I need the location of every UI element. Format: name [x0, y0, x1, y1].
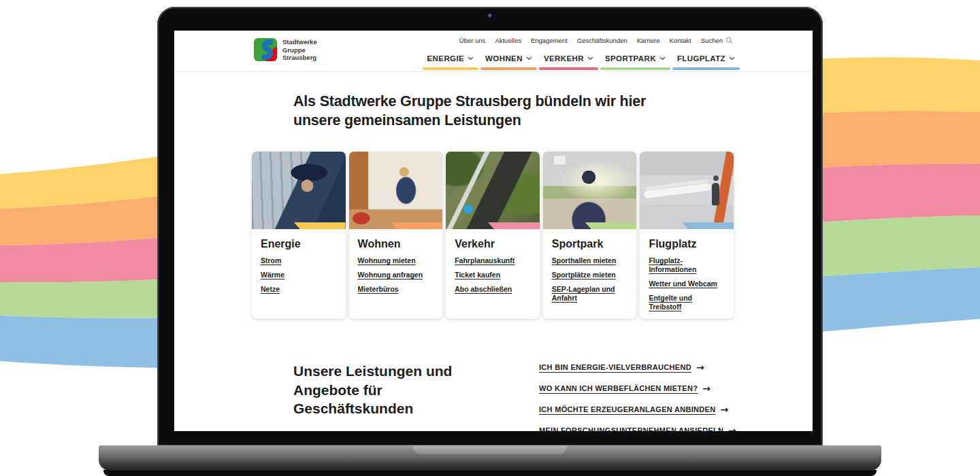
link-entgelte-treibstoff[interactable]: Entgelte und Treibstoff [649, 294, 726, 311]
link-abo-abschliessen[interactable]: Abo abschließen [455, 285, 532, 294]
link-wohnung-mieten[interactable]: Wohnung mieten [358, 256, 436, 265]
utility-link-ueber-uns[interactable]: Über uns [459, 37, 486, 44]
nav-item-sportpark[interactable]: SPORTPARK [605, 54, 666, 71]
search-icon [725, 37, 733, 44]
ribbon-accent-pink [488, 222, 540, 229]
card-energie: Energie Strom Wärme Netze [252, 152, 346, 319]
card-title: Wohnen [358, 238, 436, 250]
card-title: Verkehr [455, 238, 532, 250]
card-verkehr: Verkehr Fahrplanauskunft Ticket kaufen A… [446, 152, 540, 319]
ribbon-accent-yellow [294, 222, 346, 229]
chevron-down-icon [729, 56, 735, 61]
main-nav: ENERGIE WOHNEN VERKEHR SPORTPARK [427, 54, 735, 71]
link-wetter-webcam[interactable]: Wetter und Webcam [649, 279, 726, 288]
arrow-right-icon: → [720, 404, 728, 415]
laptop-base-shadow [103, 470, 877, 476]
card-photo-verkehr [446, 152, 540, 229]
chevron-down-icon [587, 56, 593, 61]
utility-link-kontakt[interactable]: Kontakt [670, 37, 691, 44]
laptop-lid-notch [413, 445, 567, 454]
card-flugplatz: Flugplatz Flugplatz-Informationen Wetter… [640, 152, 734, 319]
basketball-backboard-shape [554, 156, 566, 165]
search-label: Suchen [701, 37, 723, 44]
link-mieterbueros[interactable]: Mieterbüros [358, 285, 436, 294]
business-link-energie-vielverbrauchend[interactable]: ICH BIN ENERGIE-VIELVERBRAUCHEND → [539, 362, 736, 373]
webcam-icon [488, 14, 492, 18]
ribbon-accent-orange [391, 222, 443, 229]
business-link-erzeugeranlagen-anbinden[interactable]: ICH MÖCHTE ERZEUGERANLAGEN ANBINDEN → [539, 404, 736, 415]
card-photo-flugplatz [640, 152, 734, 229]
utility-link-aktuelles[interactable]: Aktuelles [495, 37, 521, 44]
card-wohnen: Wohnen Wohnung mieten Wohnung anfragen M… [349, 152, 443, 319]
card-photo-energie [252, 152, 346, 229]
business-link-label: MEIN FORSCHUNGSUNTERNEHMEN ANSIEDELN [539, 426, 723, 431]
ribbon-accent-blue [682, 222, 734, 229]
page-title: Als Stadtwerke Gruppe Strausberg bündeln… [293, 92, 646, 130]
utility-link-geschaeftskunden[interactable]: Geschäftskunden [577, 37, 627, 44]
card-sportpark: Sportpark Sporthallen mieten Sportplätze… [543, 152, 637, 319]
utility-link-engagement[interactable]: Engagement [531, 37, 568, 44]
link-sporthallen-mieten[interactable]: Sporthallen mieten [552, 256, 630, 265]
business-link-label: ICH BIN ENERGIE-VIELVERBRAUCHEND [539, 363, 691, 371]
nav-label: SPORTPARK [605, 54, 656, 63]
arrow-right-icon: → [702, 383, 710, 394]
business-link-label: ICH MÖCHTE ERZEUGERANLAGEN ANBINDEN [539, 405, 715, 413]
stadtwerke-logo-icon [254, 38, 277, 61]
nav-label: VERKEHR [544, 54, 584, 63]
business-link-label: WO KANN ICH WERBEFLÄCHEN MIETEN? [539, 384, 698, 392]
utility-link-karriere[interactable]: Karriere [637, 37, 660, 44]
nav-item-energie[interactable]: ENERGIE [427, 54, 474, 71]
nav-item-verkehr[interactable]: VERKEHR [544, 54, 593, 71]
link-ticket-kaufen[interactable]: Ticket kaufen [455, 271, 532, 279]
card-body: Sportpark Sporthallen mieten Sportplätze… [543, 229, 637, 303]
card-photo-sportpark [543, 152, 637, 229]
business-link-werbeflaechen-mieten[interactable]: WO KANN ICH WERBEFLÄCHEN MIETEN? → [539, 383, 736, 394]
nav-underline-verkehr [539, 67, 598, 70]
person-shape [713, 175, 719, 181]
nav-underline-wohnen [480, 67, 537, 70]
link-wohnung-anfragen[interactable]: Wohnung anfragen [358, 271, 436, 279]
business-links: ICH BIN ENERGIE-VIELVERBRAUCHEND → WO KA… [539, 362, 736, 431]
card-body: Energie Strom Wärme Netze [252, 229, 346, 294]
service-cards: Energie Strom Wärme Netze Wohnen Wohnung… [252, 152, 734, 319]
chevron-down-icon [659, 56, 666, 61]
chevron-down-icon [468, 56, 474, 61]
nav-underline-flugplatz [672, 67, 740, 70]
business-link-forschungsunternehmen-ansiedeln[interactable]: MEIN FORSCHUNGSUNTERNEHMEN ANSIEDELN → [539, 425, 736, 431]
nav-label: WOHNEN [485, 54, 523, 63]
page: Stadtwerke Gruppe Strausberg Über uns Ak… [0, 0, 980, 476]
link-netze[interactable]: Netze [261, 285, 338, 294]
nav-underline-sportpark [600, 67, 670, 70]
logo-text: Stadtwerke Gruppe Strausberg [282, 38, 317, 62]
card-body: Wohnen Wohnung mieten Wohnung anfragen M… [349, 229, 443, 294]
nav-item-flugplatz[interactable]: FLUGPLATZ [677, 54, 735, 71]
search-button[interactable]: Suchen [701, 37, 733, 44]
utility-nav: Über uns Aktuelles Engagement Geschäftsk… [459, 37, 733, 44]
card-title: Sportpark [552, 238, 630, 250]
business-section-title: Unsere Leistungen und Angebote für Gesch… [293, 362, 452, 418]
link-strom[interactable]: Strom [261, 256, 338, 265]
nav-item-wohnen[interactable]: WOHNEN [485, 54, 532, 71]
card-body: Verkehr Fahrplanauskunft Ticket kaufen A… [446, 229, 540, 294]
link-sep-lageplan[interactable]: SEP-Lageplan und Anfahrt [552, 285, 630, 303]
chevron-down-icon [526, 56, 532, 61]
site-header: Stadtwerke Gruppe Strausberg Über uns Ak… [174, 31, 813, 72]
card-title: Flugplatz [649, 238, 726, 250]
card-title: Energie [261, 238, 338, 250]
link-fahrplanauskunft[interactable]: Fahrplanauskunft [455, 256, 532, 265]
link-flugplatz-informationen[interactable]: Flugplatz-Informationen [649, 256, 726, 274]
browser-screen: Stadtwerke Gruppe Strausberg Über uns Ak… [174, 31, 813, 431]
link-sportplaetze-mieten[interactable]: Sportplätze mieten [552, 271, 630, 279]
nav-underline-energie [423, 67, 479, 70]
link-waerme[interactable]: Wärme [261, 271, 338, 279]
person-shape [712, 183, 719, 205]
nav-label: ENERGIE [427, 54, 465, 63]
aircraft-shape [644, 183, 712, 199]
arrow-right-icon: → [696, 362, 704, 373]
card-photo-wohnen [349, 152, 443, 229]
card-body: Flugplatz Flugplatz-Informationen Wetter… [640, 229, 734, 311]
logo[interactable]: Stadtwerke Gruppe Strausberg [254, 38, 317, 62]
ribbon-accent-green [585, 222, 637, 229]
nav-label: FLUGPLATZ [677, 54, 725, 63]
arrow-right-icon: → [728, 425, 736, 431]
